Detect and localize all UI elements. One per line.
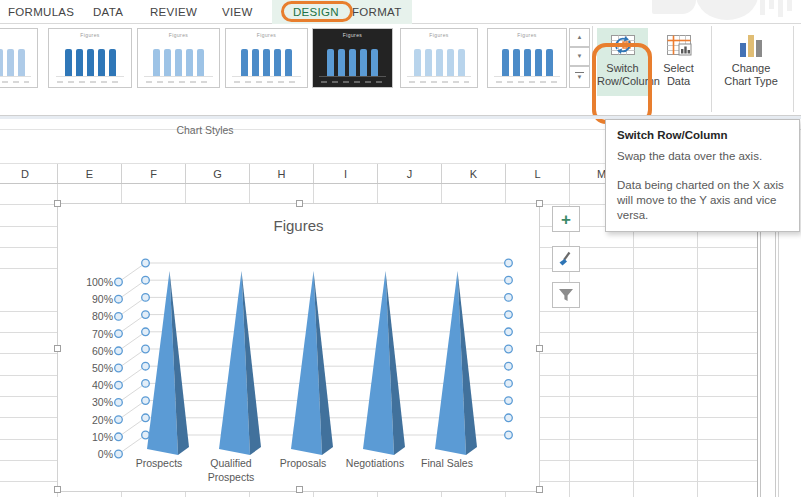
scroll-up-icon: ▲ [577,34,583,40]
ribbon-tab-bar: FORMULAS DATA REVIEW VIEW DESIGN FORMAT [0,0,801,24]
y-axis-label: 80% [58,309,113,323]
selection-handle[interactable] [54,200,61,207]
decorative-logo-shape [652,0,696,14]
y-axis-label: 30% [58,395,113,409]
tab-view[interactable]: VIEW [222,0,253,24]
chart-filters-button[interactable] [552,282,580,308]
category-label: Final Sales [409,457,485,471]
y-axis-label: 60% [58,344,113,358]
column-header-k[interactable]: K [442,164,506,184]
decorative-logo-bar [787,0,792,11]
y-axis-label: 10% [58,430,113,444]
gallery-scroll-down-button[interactable]: ▼ [569,47,590,66]
ribbon: Figures Figures Figures Figures Figures … [0,24,801,119]
column-header-l[interactable]: L [506,164,570,184]
chart-style-thumbnail-4[interactable]: Figures [225,28,308,88]
chart-style-button[interactable] [552,246,580,272]
pyramid-series[interactable] [147,271,477,455]
category-label: Negotiations [337,457,413,471]
switch-row-column-tooltip: Switch Row/Column Swap the data over the… [605,119,800,232]
chart-style-brush-icon [558,251,575,268]
gallery-more-icon [575,72,584,73]
tab-review[interactable]: REVIEW [150,0,197,24]
tooltip-title: Switch Row/Column [617,129,788,141]
column-header-d[interactable]: D [0,164,57,184]
column-header-i[interactable]: I [314,164,378,184]
column-header-h[interactable]: H [250,164,314,184]
chart-plot-area [58,204,541,493]
tooltip-body-line2: Data being charted on the X axis will mo… [617,178,788,223]
chart-style-thumbnail-6[interactable]: Figures [400,28,478,88]
category-label: Prospects [121,457,197,471]
scroll-down-icon: ▼ [577,53,583,59]
group-label-chart-styles: Chart Styles [120,124,290,136]
selection-handle[interactable] [54,486,61,493]
column-header-g[interactable]: G [186,164,250,184]
selection-handle[interactable] [296,486,303,493]
chart-style-thumbnail-2[interactable]: Figures [48,28,132,88]
category-label: Proposals [265,457,341,471]
tab-formulas[interactable]: FORMULAS [8,0,74,24]
column-header-e[interactable]: E [58,164,122,184]
decorative-logo-bar [778,0,783,17]
decorative-logo-bar [769,0,774,9]
select-data-button[interactable]: Select Data [652,28,705,96]
category-label: Qualified Prospects [193,457,269,484]
chart-style-thumbnail-5[interactable]: Figures [312,28,393,88]
decorative-logo-bar [760,0,765,15]
selection-handle[interactable] [536,486,543,493]
tooltip-body-line1: Swap the data over the axis. [617,149,788,164]
decorative-logo-circle [696,0,758,20]
y-axis-label: 0% [58,447,113,461]
y-axis-label: 70% [58,327,113,341]
selection-handle[interactable] [296,200,303,207]
ribbon-right-edge [793,26,794,112]
design-tab-highlight-ring [281,1,353,22]
group-separator [711,26,712,112]
chart-style-thumbnail-1[interactable] [0,28,38,88]
selection-handle[interactable] [54,345,61,352]
y-axis-label: 50% [58,361,113,375]
selection-handle[interactable] [536,200,543,207]
chart-elements-plus-icon: + [561,211,571,228]
y-axis-label: 90% [58,292,113,306]
change-chart-type-icon [736,33,766,59]
gallery-more-button[interactable]: ▼ [569,66,590,88]
y-axis-label: 20% [58,413,113,427]
column-header-j[interactable]: J [378,164,442,184]
select-data-icon [666,33,692,57]
tab-data[interactable]: DATA [93,0,123,24]
tab-format[interactable]: FORMAT [352,0,402,24]
chart-elements-button[interactable]: + [552,206,580,232]
chart-style-thumbnail-3[interactable]: Figures [137,28,220,88]
column-header-f[interactable]: F [122,164,186,184]
y-axis-label: 40% [58,378,113,392]
chart-filters-funnel-icon [558,288,574,302]
switch-row-column-highlight-ring [592,43,652,124]
chart-style-thumbnail-7[interactable]: Figures [487,28,567,88]
y-axis-label: 100% [58,275,113,289]
gallery-scroll-up-button[interactable]: ▲ [569,28,590,47]
change-chart-type-button[interactable]: Change Chart Type [714,28,788,96]
pyramid-chart-object[interactable]: Figures [57,203,540,492]
selection-handle[interactable] [536,345,543,352]
